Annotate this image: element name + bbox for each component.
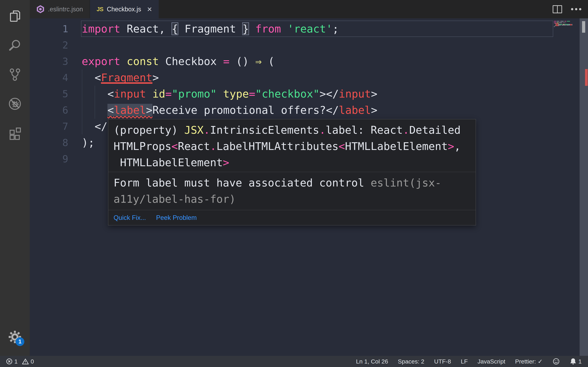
encoding[interactable]: UTF-8 xyxy=(434,358,451,365)
minimap-line xyxy=(554,25,580,25)
line-number-4: 4 xyxy=(30,69,68,86)
code-token: import xyxy=(82,23,120,35)
code-token: HTMLLabelElement xyxy=(345,140,448,152)
extensions-icon[interactable] xyxy=(7,125,23,142)
code-token: export xyxy=(82,55,120,67)
quick-fix-link[interactable]: Quick Fix... xyxy=(113,214,146,221)
line-number-8: 8 xyxy=(30,134,68,151)
code-token: JSX xyxy=(184,124,204,136)
code-token: const xyxy=(127,55,159,67)
tab-checkbox-js[interactable]: JS Checkbox.js × xyxy=(90,0,159,18)
indentation[interactable]: Spaces: 2 xyxy=(398,358,424,365)
code-token: . xyxy=(204,124,210,136)
code-token: > xyxy=(371,104,378,116)
notifications-bell[interactable]: 1 xyxy=(570,358,582,365)
minimap[interactable] xyxy=(554,21,580,28)
tooltip-lint-message: Form label must have associated control … xyxy=(108,172,476,210)
code-token: Form label must have associated control xyxy=(113,176,371,189)
tooltip-signature-line: HTMLLabelElement> xyxy=(113,154,470,171)
tooltip-signature-line: HTMLProps<React.LabelHTMLAttributes<HTML… xyxy=(113,138,470,154)
minimap-line xyxy=(554,23,580,23)
minimap-line xyxy=(554,22,580,22)
code-line-6[interactable]: <label>Receive promotional offers?</labe… xyxy=(82,102,588,118)
overview-ruler-error-marker xyxy=(585,69,588,86)
more-actions-icon[interactable] xyxy=(571,0,581,18)
code-token: eslint(jsx- xyxy=(371,176,441,189)
code-token xyxy=(146,88,152,100)
code-token: input xyxy=(339,88,371,100)
code-token xyxy=(281,23,287,35)
line-number-5: 5 xyxy=(30,86,68,102)
code-line-4[interactable]: <Fragment> xyxy=(82,69,588,86)
code-token: label xyxy=(114,104,146,116)
code-token: IntrinsicElements xyxy=(210,124,319,136)
language-mode[interactable]: JavaScript xyxy=(478,358,505,365)
code-token: type xyxy=(223,88,249,100)
error-icon xyxy=(6,358,13,365)
code-token: React xyxy=(178,140,210,152)
minimap-line xyxy=(554,24,580,25)
code-line-2[interactable] xyxy=(82,37,588,53)
editor-group: .eslintrc.json JS Checkbox.js × 12345678… xyxy=(30,0,588,356)
line-number-6: 6 xyxy=(30,102,68,118)
tab-eslintrc-json[interactable]: .eslintrc.json xyxy=(30,0,90,18)
code-token: : xyxy=(358,124,371,136)
close-tab-icon[interactable]: × xyxy=(147,5,152,13)
tooltip-type-signature: (property) JSX.IntrinsicElements.label: … xyxy=(108,119,476,172)
code-token: (property) xyxy=(113,124,184,136)
code-token: > xyxy=(223,156,229,169)
feedback-smiley-icon[interactable] xyxy=(553,358,560,365)
eslint-icon xyxy=(36,5,44,13)
debug-disabled-icon[interactable] xyxy=(7,95,23,112)
code-token: "checkbox" xyxy=(255,88,320,100)
code-token: a11y/label-has-for) xyxy=(113,193,236,205)
tooltip-actions: Quick Fix...Peek Problem xyxy=(108,210,476,225)
code-token: label xyxy=(326,124,358,136)
minimap-line xyxy=(554,21,580,22)
code-line-1[interactable]: import React, { Fragment } from 'react'; xyxy=(82,21,588,37)
tab-label: .eslintrc.json xyxy=(48,6,83,13)
code-token: . xyxy=(319,124,326,136)
vertical-scrollbar[interactable] xyxy=(579,18,588,356)
code-token: > xyxy=(371,88,378,100)
status-bar: 1 0 Ln 1, Col 26 Spaces: 2 UTF-8 LF Java… xyxy=(0,356,588,367)
code-token: </ xyxy=(326,104,339,116)
cursor-position[interactable]: Ln 1, Col 26 xyxy=(356,358,388,365)
javascript-file-icon: JS xyxy=(97,6,103,13)
settings-badge: 1 xyxy=(16,337,24,346)
code-line-5[interactable]: <input id="promo" type="checkbox"></inpu… xyxy=(82,86,588,102)
line-number-9: 9 xyxy=(30,151,68,167)
problems-warnings[interactable]: 0 xyxy=(22,358,34,365)
explorer-icon[interactable] xyxy=(7,7,23,24)
eol-sequence[interactable]: LF xyxy=(461,358,468,365)
code-editor[interactable]: 123456789 import React, { Fragment } fro… xyxy=(30,18,588,356)
code-token: = xyxy=(249,88,255,100)
code-token: ></ xyxy=(320,88,339,100)
hover-tooltip: (property) JSX.IntrinsicElements.label: … xyxy=(108,119,476,225)
split-editor-icon[interactable] xyxy=(553,0,562,18)
prettier-status[interactable]: Prettier: ✓ xyxy=(515,358,543,365)
tooltip-message-line: a11y/label-has-for) xyxy=(113,191,470,207)
check-icon: ✓ xyxy=(538,358,543,365)
source-control-icon[interactable] xyxy=(7,66,23,83)
code-token: } xyxy=(242,23,249,35)
code-token: ⇒ xyxy=(255,55,262,67)
code-token: , xyxy=(454,140,461,152)
code-line-3[interactable]: export const Checkbox = () ⇒ ( xyxy=(82,53,588,69)
problems-errors[interactable]: 1 xyxy=(6,358,18,365)
code-token: > xyxy=(152,71,159,84)
scrollbar-thumb[interactable] xyxy=(582,21,585,33)
search-icon[interactable] xyxy=(7,37,23,53)
peek-problem-link[interactable]: Peek Problem xyxy=(156,214,197,221)
minimap-line xyxy=(554,23,580,24)
indent-guide xyxy=(95,86,95,119)
bell-icon xyxy=(570,358,577,365)
activity-bar: 1 xyxy=(0,0,30,356)
vscode-window: 1 .eslintrc.json JS Checkbox.js × 123 xyxy=(0,0,588,367)
tab-label: Checkbox.js xyxy=(107,6,141,13)
code-token: from xyxy=(255,23,281,35)
code-token: ); xyxy=(82,136,95,149)
settings-gear-icon[interactable]: 1 xyxy=(7,329,23,345)
code-token: < xyxy=(338,140,345,152)
line-number-1: 1 xyxy=(30,21,68,37)
